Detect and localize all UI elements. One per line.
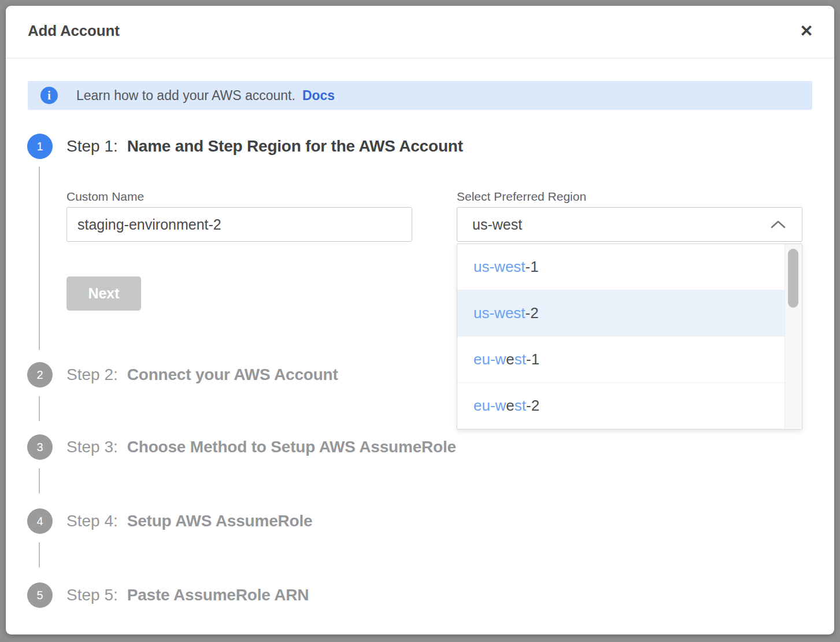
region-select-value: us-west bbox=[472, 216, 522, 233]
option-label: us-west-2 bbox=[473, 304, 539, 322]
step-3-heading: Step 3:Choose Method to Setup AWS Assume… bbox=[66, 434, 456, 460]
step-4-prefix: Step 4: bbox=[66, 512, 118, 530]
step-3-connector bbox=[39, 468, 40, 493]
add-account-modal: Add Account ✕ i Learn how to add your AW… bbox=[6, 6, 834, 634]
step-2-title: Connect your AWS Account bbox=[127, 366, 338, 384]
step-4-title: Setup AWS AssumeRole bbox=[127, 512, 313, 530]
step-1-prefix: Step 1: bbox=[66, 137, 118, 156]
region-select[interactable]: us-west bbox=[457, 207, 802, 242]
step-3-prefix: Step 3: bbox=[66, 438, 118, 456]
region-dropdown: us-west-1 us-west-2 eu-west-1 eu-west-2 bbox=[457, 243, 802, 430]
region-option-us-west-2[interactable]: us-west-2 bbox=[457, 290, 785, 337]
region-option-eu-west-1[interactable]: eu-west-1 bbox=[457, 337, 785, 383]
chevron-up-icon bbox=[771, 219, 786, 230]
step-5-prefix: Step 5: bbox=[66, 586, 118, 604]
step-2-badge: 2 bbox=[27, 362, 53, 388]
step-4-number: 4 bbox=[36, 515, 43, 528]
close-icon[interactable]: ✕ bbox=[796, 21, 817, 42]
step-2-heading: Step 2:Connect your AWS Account bbox=[66, 362, 338, 388]
step-1-number: 1 bbox=[36, 140, 43, 153]
step-2-prefix: Step 2: bbox=[66, 366, 118, 384]
step-5-title: Paste AssumeRole ARN bbox=[127, 586, 309, 604]
header-divider bbox=[6, 58, 834, 58]
step-1-connector bbox=[39, 167, 40, 350]
step-3-number: 3 bbox=[36, 441, 43, 454]
dropdown-scrollbar[interactable] bbox=[785, 244, 802, 429]
step-1-heading: Step 1:Name and Step Region for the AWS … bbox=[66, 134, 463, 159]
custom-name-label: Custom Name bbox=[66, 190, 144, 204]
next-button[interactable]: Next bbox=[66, 276, 141, 311]
option-label: eu-west-1 bbox=[473, 350, 539, 368]
region-option-eu-west-2[interactable]: eu-west-2 bbox=[457, 383, 785, 429]
step-2-connector bbox=[39, 396, 40, 421]
step-4-badge: 4 bbox=[27, 508, 53, 534]
option-label: eu-west-2 bbox=[473, 397, 539, 415]
scrollbar-thumb[interactable] bbox=[788, 249, 798, 308]
info-icon: i bbox=[40, 87, 58, 104]
region-label: Select Preferred Region bbox=[457, 190, 586, 204]
region-option-us-west-1[interactable]: us-west-1 bbox=[457, 244, 785, 290]
step-3-title: Choose Method to Setup AWS AssumeRole bbox=[127, 438, 456, 456]
step-5-heading: Step 5:Paste AssumeRole ARN bbox=[66, 582, 309, 608]
step-5-badge: 5 bbox=[27, 582, 53, 608]
docs-link[interactable]: Docs bbox=[302, 88, 335, 104]
step-2-number: 2 bbox=[36, 368, 43, 382]
step-1-badge: 1 bbox=[27, 134, 53, 159]
step-4-heading: Step 4:Setup AWS AssumeRole bbox=[66, 508, 312, 534]
step-3-badge: 3 bbox=[27, 434, 53, 460]
step-4-connector bbox=[39, 543, 40, 567]
option-label: us-west-1 bbox=[473, 258, 539, 276]
step-5-number: 5 bbox=[36, 589, 43, 602]
step-1-title: Name and Step Region for the AWS Account bbox=[127, 137, 463, 156]
banner-text: Learn how to add your AWS account. bbox=[76, 88, 295, 104]
page-title: Add Account bbox=[28, 22, 120, 40]
info-banner: i Learn how to add your AWS account. Doc… bbox=[28, 81, 812, 110]
custom-name-input[interactable] bbox=[66, 207, 412, 242]
modal-header: Add Account ✕ bbox=[6, 6, 834, 58]
